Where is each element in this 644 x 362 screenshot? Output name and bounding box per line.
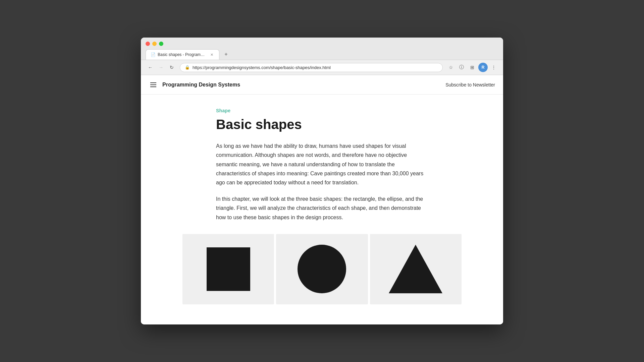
tab-label: Basic shapes - Programming — [158, 52, 207, 57]
shape-card-rectangle — [182, 234, 274, 304]
browser-chrome: 📄 Basic shapes - Programming ✕ + — [141, 38, 503, 60]
browser-tab-active[interactable]: 📄 Basic shapes - Programming ✕ — [146, 49, 219, 60]
shape-card-circle — [276, 234, 368, 304]
triangle-shape — [389, 245, 442, 293]
browser-window: 📄 Basic shapes - Programming ✕ + ← → ↻ 🔒… — [141, 38, 503, 324]
traffic-light-maximize[interactable] — [159, 42, 163, 46]
site-title: Programming Design Systems — [162, 82, 240, 88]
info-icon[interactable]: ⓘ — [457, 63, 466, 72]
hamburger-menu-button[interactable] — [149, 81, 158, 88]
page-content: Programming Design Systems Subscribe to … — [141, 75, 503, 324]
address-bar: ← → ↻ 🔒 https://programmingdesignsystems… — [141, 60, 503, 75]
hamburger-line — [150, 86, 156, 87]
circle-shape — [298, 245, 346, 293]
site-nav: Programming Design Systems Subscribe to … — [141, 75, 503, 95]
hamburger-line — [150, 84, 156, 85]
traffic-light-close[interactable] — [146, 42, 150, 46]
tab-close-button[interactable]: ✕ — [209, 52, 214, 57]
bookmark-icon[interactable]: ☆ — [446, 63, 455, 72]
browser-menu-icon[interactable]: ⋮ — [489, 63, 498, 72]
body-paragraph-2: In this chapter, we will look at the thr… — [216, 194, 428, 222]
category-label: Shape — [216, 108, 428, 113]
body-paragraph-1: As long as we have had the ability to dr… — [216, 141, 428, 187]
back-button[interactable]: ← — [146, 63, 155, 72]
new-tab-button[interactable]: + — [221, 50, 231, 59]
tabs-bar: 📄 Basic shapes - Programming ✕ + — [146, 49, 498, 60]
extensions-icon[interactable]: ⊞ — [468, 63, 477, 72]
toolbar-icons: ☆ ⓘ ⊞ R ⋮ — [446, 63, 498, 72]
page-title: Basic shapes — [216, 117, 428, 132]
forward-button[interactable]: → — [156, 63, 166, 72]
hamburger-line — [150, 82, 156, 83]
traffic-lights — [146, 42, 498, 46]
url-text: https://programmingdesignsystems.com/sha… — [193, 65, 331, 70]
refresh-button[interactable]: ↻ — [167, 63, 176, 72]
tab-favicon-icon: 📄 — [151, 52, 155, 57]
profile-avatar[interactable]: R — [478, 63, 488, 72]
rectangle-shape — [207, 247, 250, 291]
main-content: Shape Basic shapes As long as we have ha… — [208, 95, 436, 324]
lock-icon: 🔒 — [185, 65, 190, 70]
url-bar[interactable]: 🔒 https://programmingdesignsystems.com/s… — [180, 63, 443, 72]
shapes-grid — [182, 234, 462, 304]
traffic-light-minimize[interactable] — [152, 42, 157, 46]
nav-buttons: ← → ↻ — [146, 63, 176, 72]
site-nav-left: Programming Design Systems — [149, 81, 240, 88]
subscribe-button[interactable]: Subscribe to Newsletter — [445, 82, 495, 87]
shape-card-triangle — [370, 234, 462, 304]
